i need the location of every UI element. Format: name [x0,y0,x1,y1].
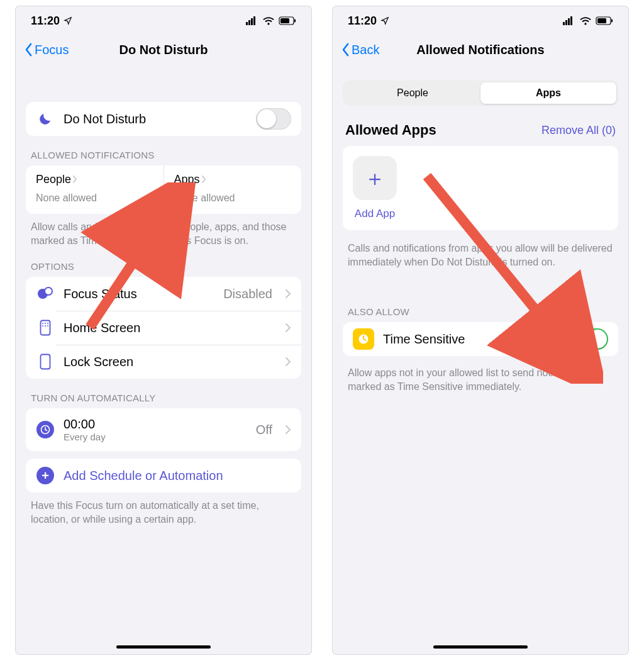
allowed-apps-title: Allowed Apps [345,122,436,138]
chevron-right-icon [285,323,291,333]
page-title: Allowed Notifications [333,43,628,57]
plus-icon: ＋ [364,167,386,189]
wifi-icon [262,16,275,25]
segmented-control: People Apps [343,81,618,106]
chevron-right-icon [285,425,291,435]
allowed-people[interactable]: People None allowed [26,165,164,214]
chevron-right-icon [285,289,291,299]
focus-status-value: Disabled [223,287,272,301]
svg-rect-12 [41,355,50,369]
options-header: OPTIONS [26,247,301,277]
status-bar: 11:20 [333,6,628,35]
svg-point-6 [42,323,43,324]
auto-footer: Have this Focus turn on automatically at… [26,493,301,526]
svg-point-9 [42,325,43,326]
apps-sub: None allowed [174,192,292,204]
svg-point-10 [45,325,46,326]
svg-rect-17 [611,20,613,23]
add-schedule-label: Add Schedule or Automation [64,469,223,483]
add-app-card: ＋ Add App [343,146,618,230]
page-title: Do Not Disturb [16,43,311,57]
chevron-right-icon [201,173,206,186]
add-schedule-row[interactable]: + Add Schedule or Automation [26,459,301,493]
focus-status-label: Focus Status [64,287,137,301]
status-time: 11:20 [31,14,60,28]
location-icon [64,16,72,25]
dnd-label: Do Not Disturb [64,112,146,126]
dnd-toggle[interactable] [256,108,291,130]
allowed-footer: Allow calls and notifications from peopl… [26,214,301,247]
svg-point-4 [45,287,52,295]
svg-rect-5 [41,321,50,335]
also-allow-header: ALSO ALLOW [343,269,618,322]
segment-apps[interactable]: Apps [480,82,616,104]
svg-point-7 [45,323,46,324]
chevron-right-icon [285,357,291,367]
time-sensitive-toggle[interactable] [573,328,608,350]
battery-icon [279,16,296,25]
options-card: Focus Status Disabled Home Screen Lock S… [26,277,301,379]
plus-icon: + [36,467,55,484]
home-screen-row[interactable]: Home Screen [26,311,301,345]
schedule-repeat: Every day [64,432,106,442]
svg-rect-1 [280,18,289,23]
time-sensitive-label: Time Sensitive [383,332,465,347]
segment-people[interactable]: People [345,82,480,104]
home-screen-icon [36,320,55,336]
nav-header: Focus Do Not Disturb [16,35,311,64]
allowed-notifications-card: People None allowed Apps None allowed [26,165,301,214]
phone-right: 11:20 Back Allowed Notifications People … [333,6,628,654]
focus-status-row[interactable]: Focus Status Disabled [26,277,301,311]
svg-rect-16 [597,18,606,23]
time-sensitive-card: Time Sensitive [343,322,618,356]
lock-screen-label: Lock Screen [64,355,133,369]
dnd-toggle-row: Do Not Disturb [26,102,301,136]
svg-point-11 [47,325,48,326]
schedule-card: 00:00 Every day Off [26,408,301,451]
dnd-card: Do Not Disturb [26,102,301,136]
focus-status-icon [36,286,55,302]
home-screen-label: Home Screen [64,321,140,335]
moon-icon [36,111,55,126]
add-schedule-card: + Add Schedule or Automation [26,459,301,493]
schedule-state: Off [256,423,272,437]
status-bar: 11:20 [16,6,311,35]
nav-header: Back Allowed Notifications [333,35,628,64]
add-app-label: Add App [355,208,395,220]
time-sensitive-footer: Allow apps not in your allowed list to s… [343,356,618,393]
location-icon [380,16,389,25]
time-sensitive-icon [353,328,374,350]
allowed-apps[interactable]: Apps None allowed [164,165,302,214]
people-sub: None allowed [36,192,153,204]
cellular-icon [563,16,575,25]
status-time: 11:20 [348,14,377,28]
lock-screen-icon [36,354,55,370]
svg-point-8 [47,323,48,324]
schedule-row[interactable]: 00:00 Every day Off [26,408,301,451]
auto-header: TURN ON AUTOMATICALLY [26,379,301,408]
add-app-button[interactable]: ＋ [353,156,397,200]
clock-icon [36,421,55,438]
apps-footer: Calls and notifications from apps you al… [343,230,618,269]
chevron-right-icon [72,173,77,186]
apps-label: Apps [174,173,200,186]
lock-screen-row[interactable]: Lock Screen [26,345,301,379]
time-sensitive-row: Time Sensitive [343,322,618,356]
allowed-notifications-header: ALLOWED NOTIFICATIONS [26,136,301,165]
wifi-icon [579,16,592,25]
people-label: People [36,173,71,186]
svg-rect-2 [294,20,296,23]
cellular-icon [246,16,258,25]
home-indicator[interactable] [433,645,528,649]
phone-left: 11:20 Focus Do Not Disturb Do Not Distur… [16,6,311,654]
schedule-time: 00:00 [64,417,106,432]
remove-all-button[interactable]: Remove All (0) [541,124,616,137]
battery-icon [596,16,613,25]
home-indicator[interactable] [116,645,211,649]
